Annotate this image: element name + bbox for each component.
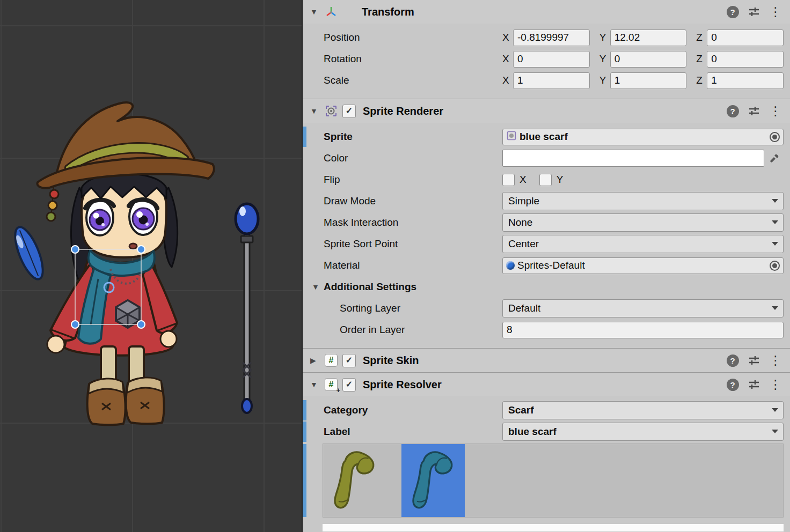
scene-canvas[interactable] (0, 0, 302, 532)
sprite-sort-point-label: Sprite Sort Point (324, 238, 502, 250)
flip-x-label: X (520, 174, 526, 186)
component-enabled-checkbox[interactable]: ✓ (342, 354, 356, 367)
label-label: Label (324, 426, 502, 438)
foldout-open-icon[interactable]: ▼ (312, 283, 324, 291)
character-hand-right (160, 331, 177, 347)
object-picker-icon[interactable] (770, 132, 780, 142)
kebab-menu-icon[interactable]: ⋮ (769, 378, 782, 391)
help-glyph: ? (727, 354, 739, 367)
kebab-menu-icon[interactable]: ⋮ (769, 5, 782, 19)
axis-z-label: Z (696, 75, 704, 86)
axis-z-label: Z (696, 32, 704, 43)
material-label: Material (324, 260, 502, 271)
foldout-open-icon[interactable]: ▼ (310, 8, 323, 16)
rotation-z-input[interactable] (707, 51, 784, 68)
sprite-resolver-header[interactable]: ▼ #+ ✓ Sprite Resolver ? ⋮ (303, 373, 790, 396)
scale-y-input[interactable] (610, 72, 687, 89)
draw-mode-select[interactable]: Simple (502, 192, 784, 210)
mask-interaction-select[interactable]: None (502, 213, 784, 232)
component-enabled-checkbox[interactable]: ✓ (342, 378, 356, 391)
sprite-renderer-icon (323, 104, 339, 118)
transform-header[interactable]: ▼ Transform ? ⋮ (303, 0, 790, 24)
sprite-option-green-scarf[interactable] (323, 444, 386, 517)
presets-icon[interactable] (747, 5, 761, 19)
rotation-y-input[interactable] (610, 51, 687, 68)
transform-title: Transform (362, 6, 414, 18)
sprite-skin-title: Sprite Skin (363, 354, 419, 367)
presets-icon[interactable] (747, 104, 761, 118)
sprite-resolver-icon: #+ (323, 378, 339, 391)
sprite-sort-point-row: Sprite Sort Point Center (303, 233, 790, 255)
prefab-override-bar (303, 400, 306, 420)
script-glyph: # (329, 380, 334, 389)
help-icon[interactable]: ? (726, 353, 740, 367)
axis-x-label: X (502, 32, 510, 43)
material-value: Sprites-Default (517, 260, 766, 271)
order-in-layer-input[interactable] (502, 322, 784, 338)
axis-x-label: X (502, 75, 510, 86)
position-y-input[interactable] (610, 29, 687, 46)
position-z-input[interactable] (707, 29, 784, 46)
scale-label: Scale (324, 75, 502, 86)
dropdown-arrow-icon (772, 220, 778, 224)
dropdown-arrow-icon (772, 430, 778, 433)
transform-component: ▼ Transform ? ⋮ Position X Y Z (303, 0, 790, 99)
rotation-x-input[interactable] (513, 51, 590, 68)
material-object-field[interactable]: Sprites-Default (502, 257, 784, 274)
label-select[interactable]: blue scarf (502, 423, 784, 441)
draw-mode-row: Draw Mode Simple (303, 190, 790, 212)
eyedropper-icon[interactable] (765, 150, 784, 166)
sprite-variant-gallery (303, 444, 790, 518)
kebab-menu-icon[interactable]: ⋮ (769, 353, 782, 367)
character-hat (38, 102, 214, 188)
sprite-renderer-header[interactable]: ▼ ✓ Sprite Renderer ? ⋮ (303, 99, 790, 123)
sprite-object-field[interactable]: blue scarf (502, 129, 784, 145)
additional-settings-row[interactable]: ▼ Additional Settings (303, 276, 790, 298)
material-sphere-icon (506, 261, 515, 270)
foldout-open-icon[interactable]: ▼ (310, 380, 323, 389)
foldout-open-icon[interactable]: ▼ (310, 107, 323, 115)
scale-x-input[interactable] (513, 72, 590, 89)
sprite-sort-point-select[interactable]: Center (502, 235, 784, 253)
scale-z-input[interactable] (707, 72, 784, 89)
dropdown-arrow-icon (772, 306, 778, 310)
help-icon[interactable]: ? (726, 104, 740, 118)
help-icon[interactable]: ? (726, 5, 740, 19)
flip-x-checkbox[interactable] (502, 174, 515, 186)
help-glyph: ? (727, 105, 739, 117)
object-picker-icon[interactable] (770, 261, 780, 271)
inspector-panel: ▼ Transform ? ⋮ Position X Y Z (302, 0, 790, 532)
additional-settings-label: Additional Settings (324, 281, 502, 293)
category-value: Scarf (508, 404, 534, 416)
next-field-strip (323, 524, 784, 531)
presets-icon[interactable] (747, 353, 761, 367)
scale-row: Scale X Y Z (303, 70, 790, 91)
sprite-row: Sprite blue scarf (303, 126, 790, 147)
staff-sprite[interactable] (236, 204, 258, 413)
scene-view[interactable] (0, 0, 302, 532)
unity-editor: ▼ Transform ? ⋮ Position X Y Z (0, 0, 790, 532)
order-in-layer-row: Order in Layer (303, 319, 790, 341)
category-label: Category (324, 404, 502, 416)
position-x-input[interactable] (513, 29, 590, 46)
axis-y-label: Y (599, 53, 608, 65)
help-icon[interactable]: ? (726, 378, 740, 391)
foldout-closed-icon[interactable]: ▶ (310, 356, 323, 365)
component-enabled-checkbox[interactable]: ✓ (342, 105, 356, 118)
sprite-option-blue-scarf[interactable] (401, 444, 465, 517)
presets-icon[interactable] (747, 378, 761, 391)
category-select[interactable]: Scarf (502, 401, 784, 419)
axis-z-label: Z (696, 53, 704, 65)
sprite-skin-header[interactable]: ▶ # ✓ Sprite Skin ? ⋮ (303, 349, 790, 372)
sprite-resolver-component: ▼ #+ ✓ Sprite Resolver ? ⋮ Category Scar… (303, 373, 790, 531)
sorting-layer-select[interactable]: Default (502, 299, 784, 317)
flip-y-checkbox[interactable] (539, 174, 552, 186)
sprite-value: blue scarf (520, 131, 766, 143)
order-in-layer-label: Order in Layer (324, 324, 502, 336)
sprite-label: Sprite (324, 131, 502, 143)
character-sprite[interactable] (10, 102, 214, 425)
prefab-override-bar (303, 444, 306, 517)
kebab-menu-icon[interactable]: ⋮ (769, 104, 782, 118)
color-swatch[interactable] (502, 150, 764, 167)
sprite-skin-component: ▶ # ✓ Sprite Skin ? ⋮ (303, 349, 790, 373)
